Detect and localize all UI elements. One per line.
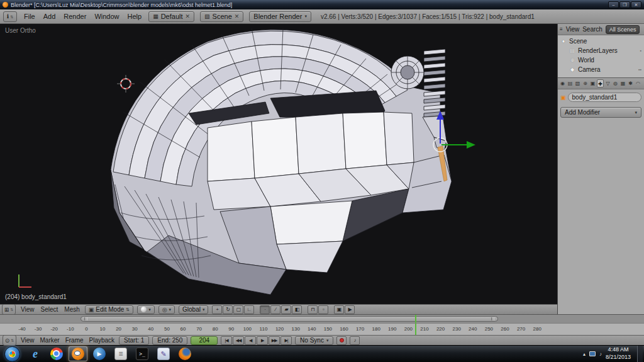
- face-select-mode-button[interactable]: ▰: [281, 305, 291, 314]
- menu-render[interactable]: Render: [62, 12, 87, 21]
- jump-to-prev-keyframe-button[interactable]: ◀◀: [233, 336, 244, 345]
- outliner-item-renderlayers[interactable]: ▤ RenderLayers ▪: [558, 46, 644, 55]
- properties-tab-object-data[interactable]: ▽: [604, 79, 611, 88]
- outliner-display-mode[interactable]: All Scenes: [606, 25, 640, 34]
- properties-tab-physics[interactable]: ◠: [635, 79, 641, 88]
- outliner-item-world[interactable]: ⊕ World: [558, 55, 644, 65]
- playhead-line[interactable]: [415, 315, 416, 323]
- viewport-shading-selector[interactable]: ▾: [137, 305, 155, 314]
- timeline-scrollbar-thumb[interactable]: [80, 316, 498, 322]
- ruler-tick: 140: [308, 326, 316, 332]
- properties-tab-particles[interactable]: ✱: [627, 79, 634, 88]
- manipulator-rotate-button[interactable]: ↻: [223, 305, 233, 314]
- network-icon[interactable]: [589, 351, 596, 356]
- outliner-menu-view[interactable]: View: [566, 26, 580, 33]
- hidden-icons-arrow-icon[interactable]: ▴: [583, 351, 586, 357]
- menu-add[interactable]: Add: [42, 12, 57, 21]
- properties-tab-render-layers[interactable]: ▤: [567, 79, 574, 88]
- properties-tab-texture[interactable]: ▦: [619, 79, 626, 88]
- menu-window[interactable]: Window: [93, 12, 120, 21]
- mode-selector[interactable]: ▣ Edit Mode ⇅: [85, 305, 133, 314]
- maximize-button[interactable]: ❐: [619, 1, 630, 8]
- timeline-ruler[interactable]: -40-30-20-100102030405060708090100110120…: [0, 323, 644, 335]
- play-button[interactable]: ▶: [257, 336, 268, 345]
- add-modifier-button[interactable]: Add Modifier ▾: [560, 107, 641, 118]
- minimize-button[interactable]: –: [608, 1, 619, 8]
- sync-mode-selector[interactable]: No Sync ▾: [295, 336, 333, 345]
- outliner-item-camera[interactable]: ◆ Camera ▪▪: [558, 65, 644, 74]
- taskbar-app-notepad[interactable]: ≡: [111, 346, 130, 361]
- editor-type-selector[interactable]: ℹ⇅: [3, 11, 17, 22]
- scene-selector[interactable]: ▧ Scene ✕: [200, 11, 243, 22]
- menu-select[interactable]: Select: [40, 305, 60, 314]
- timeline-scrollbar[interactable]: [0, 314, 644, 323]
- taskbar-app-paint[interactable]: ✎: [154, 346, 173, 361]
- frame-end-field[interactable]: End: 250: [152, 336, 187, 345]
- edge-select-mode-button[interactable]: ∕: [270, 305, 280, 314]
- taskbar-app-blender[interactable]: [69, 346, 87, 361]
- close-button[interactable]: ✕: [631, 1, 641, 8]
- manipulator-scale-button[interactable]: ▢: [233, 305, 243, 314]
- occlude-geometry-button[interactable]: ◧: [292, 305, 302, 314]
- properties-tab-material[interactable]: ◍: [612, 79, 619, 88]
- playhead-line[interactable]: [415, 324, 416, 335]
- record-button[interactable]: [336, 336, 347, 345]
- taskbar-app-media-player[interactable]: ▶: [90, 346, 109, 361]
- play-reverse-button[interactable]: ◀: [245, 336, 256, 345]
- opengl-render-button[interactable]: ▣: [334, 305, 344, 314]
- visibility-toggles-icon[interactable]: ▪▪: [638, 67, 641, 72]
- timeline-menu-marker[interactable]: Marker: [39, 336, 61, 344]
- notepad-icon: ≡: [114, 348, 127, 360]
- menu-file[interactable]: File: [23, 12, 36, 21]
- taskbar-app-chrome[interactable]: [47, 346, 66, 361]
- transform-orientation-selector[interactable]: Global ▾: [179, 305, 208, 314]
- volume-icon[interactable]: ♪: [599, 351, 602, 357]
- helmet-mesh[interactable]: [0, 24, 557, 304]
- jump-to-start-button[interactable]: |◀: [221, 336, 232, 345]
- current-frame-field[interactable]: 204: [191, 336, 218, 345]
- object-name-field[interactable]: body_standard1: [568, 93, 641, 102]
- viewport-editor-selector[interactable]: ⊞⇅: [2, 304, 16, 315]
- properties-tab-scene[interactable]: ▧: [574, 79, 581, 88]
- timeline-menu-frame[interactable]: Frame: [64, 336, 85, 344]
- timeline-editor-selector[interactable]: ⊙⇅: [3, 335, 16, 346]
- timeline-menu-playback[interactable]: Playback: [88, 336, 116, 344]
- layout-unlink-icon[interactable]: ✕: [186, 13, 191, 20]
- properties-tab-world[interactable]: ⊕: [582, 79, 589, 88]
- menu-view[interactable]: View: [19, 305, 36, 314]
- timeline-header: ⊙⇅ View Marker Frame Playback Start: 1 E…: [0, 335, 644, 345]
- properties-tab-modifiers[interactable]: ✚: [597, 79, 604, 88]
- properties-tab-render[interactable]: ◉: [559, 79, 566, 88]
- render-engine-selector[interactable]: Blender Render ▾: [249, 11, 311, 22]
- scene-unlink-icon[interactable]: ✕: [235, 13, 240, 20]
- opengl-render-animation-button[interactable]: ▶: [345, 305, 355, 314]
- jump-to-next-keyframe-button[interactable]: ▶▶: [269, 336, 280, 345]
- taskbar-app-command-prompt[interactable]: >_: [133, 346, 152, 361]
- ruler-tick: 60: [180, 326, 186, 332]
- taskbar-app-internet-explorer[interactable]: e: [26, 346, 45, 361]
- audio-mute-button[interactable]: ♪: [350, 336, 360, 345]
- start-button[interactable]: [4, 346, 20, 362]
- outliner-menu-search[interactable]: Search: [582, 26, 602, 33]
- timeline-menu-view[interactable]: View: [19, 336, 36, 344]
- vertex-select-mode-button[interactable]: ∙: [260, 305, 270, 314]
- taskbar-app-firefox[interactable]: [175, 346, 194, 361]
- menu-help[interactable]: Help: [126, 12, 143, 21]
- manipulator-axis-button[interactable]: ∟: [244, 305, 254, 314]
- tray-clock[interactable]: 4:48 AM 8/21/2013: [606, 346, 633, 361]
- properties-tab-object-constraints[interactable]: ▣: [589, 79, 596, 88]
- frame-start-field[interactable]: Start: 1: [119, 336, 149, 345]
- window-titlebar[interactable]: Blender* [C:\Users\Luz Mia\Desktop\Crimm…: [0, 0, 644, 9]
- outliner-item-scene[interactable]: ● Scene: [558, 37, 644, 46]
- pivot-point-selector[interactable]: ◎ ▾: [158, 305, 175, 314]
- outliner-editor-icon[interactable]: ≡: [560, 26, 563, 32]
- viewport-3d[interactable]: User Ortho (204) body_standard1: [0, 24, 557, 304]
- snap-magnet-button[interactable]: ⊓: [308, 305, 318, 314]
- manipulator-translate-button[interactable]: +: [212, 305, 222, 314]
- menu-mesh[interactable]: Mesh: [63, 305, 80, 314]
- jump-to-end-button[interactable]: ▶|: [280, 336, 292, 345]
- snap-element-button[interactable]: ▫: [318, 305, 328, 314]
- render-toggle-icon[interactable]: ▪: [640, 48, 641, 53]
- screen-layout-selector[interactable]: ▦ Default ✕: [148, 11, 194, 22]
- show-desktop-button[interactable]: [637, 346, 643, 362]
